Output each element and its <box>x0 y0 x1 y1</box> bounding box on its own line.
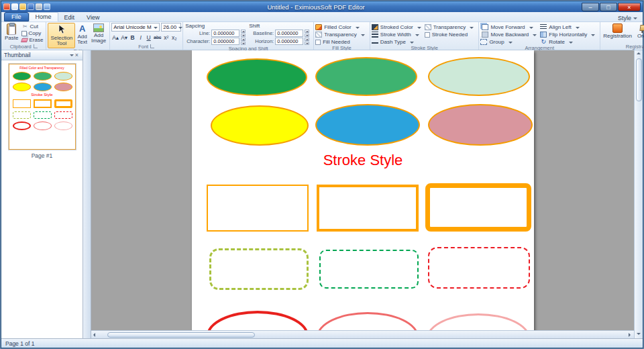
font-size-select[interactable]: 26.00 <box>161 23 181 32</box>
ellipse-blue[interactable] <box>315 104 420 146</box>
document-page[interactable]: Stroke Style <box>192 50 534 330</box>
fill-needed-checkbox[interactable]: Fill Needed <box>315 39 365 45</box>
erase-button[interactable]: Erase <box>20 37 44 43</box>
horizon-shift-input[interactable] <box>275 38 303 45</box>
copy-icon <box>21 31 27 36</box>
add-image-button[interactable]: Add Image <box>89 23 108 45</box>
chevron-down-icon <box>529 27 533 31</box>
chevron-down-icon <box>178 27 182 31</box>
app-icon <box>3 3 10 10</box>
ellipse-seagreen[interactable] <box>315 57 417 96</box>
move-backward-button[interactable]: Move Backward <box>480 32 537 38</box>
minimize-button[interactable]: – <box>582 3 599 11</box>
save-icon[interactable] <box>28 3 34 10</box>
vertical-scroll-thumb[interactable] <box>636 58 642 101</box>
thumb-rect-dash-green <box>34 111 52 119</box>
strikethrough-button[interactable]: abc <box>153 33 162 41</box>
move-forward-button[interactable]: Move Forward <box>480 24 537 30</box>
ellipse-palegreen[interactable] <box>428 57 530 96</box>
panel-close-icon[interactable]: × <box>74 52 80 58</box>
thumb-heading-stroke: Stroke Style <box>9 93 75 97</box>
grow-font-button[interactable]: A▴ <box>111 33 119 41</box>
scroll-left-icon[interactable] <box>91 332 98 338</box>
add-image-icon <box>93 23 104 32</box>
page-thumbnail[interactable]: Filled Color and TransparencyStroke Styl… <box>9 64 76 150</box>
close-button[interactable]: × <box>618 3 641 11</box>
ellipse-rose[interactable] <box>428 104 533 146</box>
open-icon[interactable] <box>19 3 26 10</box>
horizontal-scroll-thumb[interactable] <box>107 332 255 338</box>
rect-dash-red[interactable] <box>428 247 530 289</box>
selection-cursor-icon <box>57 24 66 35</box>
stroke-needed-checkbox[interactable]: Stroke Needed <box>425 32 474 38</box>
vertical-scrollbar[interactable] <box>634 50 643 338</box>
ellipse-red-outline[interactable] <box>207 311 309 330</box>
italic-button[interactable]: I <box>137 33 144 41</box>
thumbnail-scrollbar[interactable] <box>83 50 91 338</box>
shrink-font-button[interactable]: A▾ <box>120 33 128 41</box>
spacing-subheading: Sapcing <box>185 23 246 29</box>
rect-thin-orange[interactable] <box>207 185 309 232</box>
tab-view[interactable]: View <box>80 13 105 21</box>
filled-color-button[interactable]: Filled Color <box>315 24 365 30</box>
ellipse-green[interactable] <box>207 58 307 96</box>
ellipse-yellow[interactable] <box>211 105 309 146</box>
scroll-right-icon[interactable] <box>627 332 634 338</box>
tab-edit[interactable]: Edit <box>58 13 81 21</box>
horizontal-scrollbar[interactable] <box>91 330 634 338</box>
rect-dash-green[interactable] <box>319 250 419 289</box>
baseline-shift-input[interactable] <box>275 30 303 37</box>
rect-thick-orange[interactable] <box>425 183 531 232</box>
character-spacing-input[interactable] <box>211 38 239 45</box>
clipboard-dialog-launcher[interactable] <box>34 44 38 48</box>
rect-dash-olive[interactable] <box>209 248 309 290</box>
fill-transparency-button[interactable]: Transparency <box>315 32 365 38</box>
print-icon[interactable] <box>36 3 42 10</box>
maximize-button[interactable]: □ <box>600 3 617 11</box>
ellipse-red-light[interactable] <box>427 313 530 330</box>
group-button[interactable]: Group <box>480 39 537 45</box>
horizon-shift-stepper[interactable] <box>305 38 309 45</box>
flip-horizontally-button[interactable]: Flip Horizontally <box>540 32 595 38</box>
font-family-select[interactable]: Arial Unicode MS <box>111 23 160 32</box>
tab-file[interactable]: File <box>4 12 29 21</box>
selection-tool-button[interactable]: Selection Tool <box>48 23 75 48</box>
rect-medium-orange[interactable] <box>317 185 419 232</box>
undo-icon[interactable] <box>44 3 50 10</box>
scroll-down-icon[interactable] <box>635 332 642 338</box>
rotate-button[interactable]: ↻ Rotate <box>540 39 595 45</box>
stroke-width-button[interactable]: Stroke Width <box>372 32 421 38</box>
stroke-color-icon <box>372 24 378 30</box>
cut-button[interactable]: ✂ Cut <box>20 23 44 30</box>
stroke-style-heading[interactable]: Stroke Style <box>192 152 534 168</box>
subscript-button[interactable]: x₂ <box>170 33 178 41</box>
bold-button[interactable]: B <box>129 33 136 41</box>
dash-type-button[interactable]: Dash Type <box>372 39 421 45</box>
rotate-icon: ↻ <box>540 39 547 45</box>
thumb-ellipse-red-light <box>54 121 72 130</box>
registration-button[interactable]: Registration <box>602 23 633 40</box>
order-button[interactable]: Order <box>636 23 644 40</box>
font-dialog-launcher[interactable] <box>150 44 154 48</box>
superscript-button[interactable]: x² <box>162 33 170 41</box>
ellipse-red-medium[interactable] <box>317 312 419 330</box>
add-text-button[interactable]: A Add Text <box>75 23 89 46</box>
paste-button[interactable]: Paste <box>3 23 20 42</box>
copy-button[interactable]: Copy <box>20 30 44 36</box>
stroked-color-button[interactable]: Stroked Color <box>372 24 421 30</box>
style-dropdown[interactable]: Style <box>618 15 640 21</box>
stroke-transparency-button[interactable]: Transparency <box>425 24 474 30</box>
page-count-status: Page 1 of 1 <box>5 340 34 347</box>
align-left-button[interactable]: Align Left <box>540 24 595 30</box>
baseline-shift-stepper[interactable] <box>305 30 309 37</box>
canvas-viewport[interactable]: Stroke Style <box>91 50 634 330</box>
line-spacing-stepper[interactable] <box>241 30 246 37</box>
thumbnail-page-label: Page #1 <box>32 152 53 159</box>
character-spacing-stepper[interactable] <box>241 38 246 45</box>
line-spacing-input[interactable] <box>211 30 239 37</box>
new-document-icon[interactable] <box>11 3 18 10</box>
underline-button[interactable]: U <box>145 33 152 41</box>
panel-menu-icon[interactable] <box>70 54 74 58</box>
tab-home[interactable]: Home <box>29 12 58 21</box>
scroll-up-icon[interactable] <box>635 50 642 57</box>
